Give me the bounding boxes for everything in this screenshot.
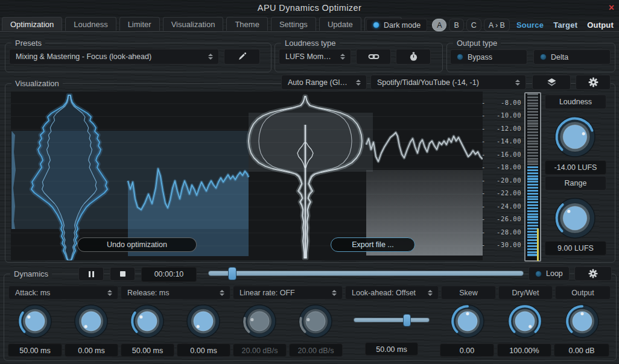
param-header-attack-ms[interactable]: Attack: ms (8, 286, 118, 300)
scale-tick: --28.00 (481, 228, 521, 238)
scale-tick: --22.00 (481, 189, 521, 199)
undo-optimization-button[interactable]: Undo optimization (77, 237, 197, 252)
meter-segment (527, 120, 538, 122)
attack-knob[interactable] (14, 301, 56, 344)
tab-optimization[interactable]: Optimization (2, 17, 62, 31)
meter-segment (527, 172, 538, 174)
meter-segment (527, 102, 538, 104)
target-preset-value: Spotify/Tidal/YouTube (-14, -1) (377, 78, 479, 87)
linear-rate-knob[interactable] (239, 301, 280, 344)
meter-segment (527, 166, 538, 168)
auto-range-select[interactable]: Auto Range (Global) (281, 75, 367, 90)
view-source[interactable]: Source (515, 20, 545, 30)
tab-update[interactable]: Update (319, 17, 361, 31)
scale-tick: --30.00 (481, 241, 521, 251)
loop-dot-icon (535, 271, 542, 277)
param-header-look-ahead-offset[interactable]: Look-ahead: Offset (345, 286, 439, 300)
plugin-window: APU Dynamics Optimizer × OptimizationLou… (0, 0, 619, 364)
look-ahead-slider-handle[interactable] (403, 314, 411, 327)
meter-segment (527, 149, 538, 151)
link-icon (368, 52, 379, 61)
meter-segment (527, 213, 538, 215)
dark-mode-toggle[interactable]: Dark mode (366, 19, 427, 31)
transport-slider-handle[interactable] (228, 267, 236, 280)
view-selector-group: SourceTargetOutput (515, 20, 615, 30)
bypass-dot-icon (457, 54, 463, 60)
dark-mode-label: Dark mode (384, 21, 421, 30)
preset-edit-button[interactable] (224, 49, 260, 64)
tab-bar-right: Dark mode ABCA › B SourceTargetOutput (366, 19, 615, 31)
meter-segment (527, 216, 538, 218)
target-loudness-knob[interactable] (551, 113, 599, 163)
visualization-group-label: Visualization (11, 79, 63, 88)
transport-slider[interactable] (208, 271, 524, 276)
param-header-release-ms[interactable]: Release: ms (121, 286, 230, 300)
output-gain-value: 0.00 dB (554, 344, 609, 357)
layers-icon (547, 78, 557, 87)
loudness-meter (524, 92, 541, 262)
stop-button[interactable] (110, 267, 135, 281)
pause-button[interactable] (78, 267, 104, 281)
link-channels-button[interactable] (356, 49, 391, 64)
loop-toggle[interactable]: Loop (529, 266, 570, 281)
meter-segment (527, 169, 538, 171)
measure-time-button[interactable] (396, 49, 431, 64)
meter-segment (527, 111, 538, 113)
meter-segment (527, 163, 538, 165)
time-display: 00:00:10 (141, 267, 197, 282)
linear-rate-knob-2[interactable] (295, 301, 336, 344)
skew-knob[interactable] (447, 301, 488, 344)
spinner-icon (428, 290, 433, 296)
scale-tick: --8.00 (481, 99, 521, 108)
output-gain-knob[interactable] (562, 301, 603, 344)
view-output[interactable]: Output (585, 20, 615, 30)
release-knob-2[interactable] (183, 301, 224, 344)
loudness-type-select[interactable]: LUFS Momentary (279, 49, 351, 64)
scale-tick: --10.00 (481, 111, 521, 121)
meter-segment (527, 128, 538, 130)
tab-limiter[interactable]: Limiter (119, 17, 160, 31)
view-target[interactable]: Target (551, 20, 579, 30)
meter-segment (527, 187, 538, 189)
tab-visualization[interactable]: Visualization (163, 17, 224, 31)
gear-icon (588, 269, 598, 278)
dark-mode-dot-icon (373, 22, 379, 28)
target-preset-select[interactable]: Spotify/Tidal/YouTube (-14, -1) (370, 75, 526, 90)
bypass-toggle[interactable]: Bypass (450, 49, 527, 64)
param-header-skew: Skew (441, 286, 496, 300)
delta-toggle[interactable]: Delta (533, 49, 611, 64)
ab-button-b[interactable]: B (449, 19, 463, 31)
tab-settings[interactable]: Settings (271, 17, 316, 31)
ab-compare-group: ABCA › B (432, 19, 510, 31)
meter-segment (527, 131, 538, 133)
ab-button-a-b[interactable]: A › B (484, 19, 510, 31)
page-title: APU Dynamics Optimizer (0, 3, 619, 13)
presets-group-label: Presets (11, 39, 45, 48)
meter-segment (527, 222, 538, 224)
release-knob[interactable] (127, 301, 168, 344)
visualization-settings-button[interactable] (576, 75, 611, 90)
preset-select[interactable]: Mixing & Mastering - Focus (look-ahead) (9, 49, 219, 64)
param-header-linear-rate-off[interactable]: Linear rate: OFF (233, 286, 343, 300)
meter-segment (527, 122, 538, 124)
ab-button-c[interactable]: C (466, 19, 481, 31)
meter-segment (527, 181, 538, 183)
look-ahead-slider[interactable] (354, 318, 430, 322)
param-header-output: Output (555, 286, 611, 300)
loudness-knob-value: -14.00 LUFS (545, 160, 606, 175)
tab-theme[interactable]: Theme (226, 17, 267, 31)
export-file-button[interactable]: Export file ... (331, 237, 415, 252)
attack-knob-2[interactable] (71, 301, 112, 344)
close-icon[interactable]: × (609, 2, 614, 13)
scale-tick: --12.00 (481, 125, 521, 134)
title-bar: APU Dynamics Optimizer × (0, 0, 619, 17)
layers-button[interactable] (532, 75, 571, 90)
dynamics-settings-button[interactable] (574, 266, 612, 281)
scale-tick: --24.00 (481, 202, 521, 212)
meter-segment (527, 105, 538, 107)
target-range-knob[interactable] (551, 194, 599, 245)
dry-wet-knob[interactable] (504, 301, 545, 344)
ab-button-a[interactable]: A (432, 19, 446, 31)
tab-loudness[interactable]: Loudness (65, 17, 116, 31)
scale-tick: --26.00 (481, 215, 521, 225)
